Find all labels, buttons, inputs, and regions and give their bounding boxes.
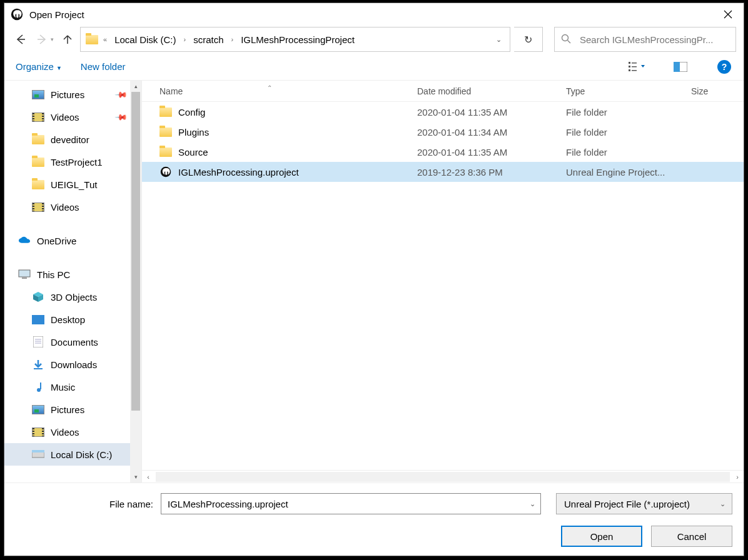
tree-item[interactable]: Desktop (4, 308, 141, 331)
scroll-down-icon[interactable]: ▾ (130, 471, 141, 482)
new-folder-button[interactable]: New folder (81, 61, 126, 72)
breadcrumb-segment[interactable]: scratch (191, 31, 226, 49)
breadcrumb-segment[interactable]: IGLMeshProcessingProject (238, 31, 357, 49)
back-button[interactable] (12, 31, 29, 48)
tree-item[interactable]: Videos📌 (4, 106, 141, 128)
tree-item[interactable]: 3D Objects (4, 286, 141, 308)
breadcrumb-segment[interactable]: Local Disk (C:) (112, 31, 178, 49)
file-name: Plugins (178, 127, 209, 138)
svg-rect-5 (632, 66, 637, 68)
tree-label: Downloads (51, 359, 97, 370)
scroll-left-icon[interactable]: ‹ (142, 473, 154, 481)
cancel-button[interactable]: Cancel (651, 526, 732, 547)
file-date: 2020-01-04 11:35 AM (417, 107, 566, 118)
tree-item[interactable]: Pictures (4, 398, 141, 421)
scroll-up-icon[interactable]: ▴ (130, 81, 141, 92)
file-type-filter[interactable]: Unreal Project File (*.uproject) ⌄ (556, 493, 732, 514)
dialog-body: Pictures📌Videos📌deveditorTestProject1UEI… (4, 81, 744, 482)
chevron-down-icon[interactable]: ⌄ (720, 500, 725, 508)
chevron-right-icon[interactable]: › (230, 36, 235, 43)
tree-label: deveditor (51, 134, 89, 145)
file-name: IGLMeshProcessing.uproject (178, 167, 299, 178)
chevron-icon: « (102, 36, 108, 43)
view-options-button[interactable] (629, 60, 645, 74)
download-icon (32, 359, 44, 370)
svg-rect-12 (32, 315, 44, 324)
sort-indicator-icon: ⌃ (267, 84, 272, 91)
chevron-down-icon[interactable]: ⌄ (530, 500, 535, 508)
navigation-tree: Pictures📌Videos📌deveditorTestProject1UEI… (4, 81, 142, 482)
scrollbar-thumb[interactable] (131, 92, 140, 411)
sidebar-scrollbar[interactable]: ▴ ▾ (130, 81, 141, 482)
column-size[interactable]: Size (691, 86, 744, 96)
file-row[interactable]: IGLMeshProcessing.uproject2019-12-23 8:3… (142, 162, 744, 182)
tree-item[interactable]: deveditor (4, 128, 141, 151)
open-button[interactable]: Open (561, 526, 642, 547)
desktop-icon (32, 314, 44, 325)
file-date: 2019-12-23 8:36 PM (417, 167, 566, 178)
tree-item[interactable]: UEIGL_Tut (4, 173, 141, 196)
folder-icon (32, 179, 44, 190)
tree-item-onedrive[interactable]: OneDrive (4, 229, 141, 252)
tree-item[interactable]: Local Disk (C:) (4, 443, 141, 466)
tree-item-thispc[interactable]: This PC (4, 263, 141, 286)
column-date[interactable]: Date modified (417, 86, 566, 96)
thispc-icon (18, 269, 31, 280)
svg-point-1 (562, 34, 569, 41)
file-row[interactable]: Config2020-01-04 11:35 AMFile folder (142, 102, 744, 122)
refresh-button[interactable]: ↻ (514, 27, 543, 52)
scrollbar-track[interactable] (156, 472, 730, 482)
tree-label: Local Disk (C:) (51, 449, 112, 460)
file-name: Config (178, 107, 205, 118)
tree-item[interactable]: TestProject1 (4, 151, 141, 173)
svg-rect-9 (674, 62, 680, 72)
file-name-input[interactable]: IGLMeshProcessing.uproject ⌄ (161, 493, 541, 514)
tree-item[interactable]: Documents (4, 331, 141, 353)
address-dropdown[interactable]: ⌄ (492, 36, 505, 44)
search-icon (561, 34, 571, 46)
tree-label: Pictures (51, 404, 84, 415)
folder-icon (86, 34, 98, 45)
preview-pane-button[interactable] (672, 60, 689, 74)
onedrive-icon (18, 235, 31, 246)
organize-menu[interactable]: Organize▼ (16, 61, 62, 72)
address-bar[interactable]: « Local Disk (C:) › scratch › IGLMeshPro… (80, 27, 510, 52)
recent-locations-dropdown[interactable]: ▾ (51, 36, 54, 42)
titlebar: Open Project (4, 3, 744, 26)
pin-icon: 📌 (114, 88, 128, 101)
file-date: 2020-01-04 11:34 AM (417, 127, 566, 138)
svg-rect-7 (632, 70, 637, 71)
tree-label: UEIGL_Tut (51, 179, 97, 190)
folder-icon (159, 106, 172, 118)
file-name: Source (178, 147, 208, 158)
file-name-label: File name: (109, 499, 153, 509)
forward-button[interactable] (33, 31, 51, 48)
tree-item[interactable]: Music (4, 376, 141, 398)
file-row[interactable]: Plugins2020-01-04 11:34 AMFile folder (142, 122, 744, 142)
tree-label: Music (51, 382, 75, 392)
close-button[interactable] (712, 3, 744, 26)
search-input[interactable]: Search IGLMeshProcessingPr... (554, 27, 736, 52)
tree-item[interactable]: Downloads (4, 353, 141, 376)
help-button[interactable]: ? (716, 60, 732, 74)
svg-rect-20 (32, 450, 44, 452)
file-row[interactable]: Source2020-01-04 11:35 AMFile folder (142, 142, 744, 162)
tree-item[interactable]: Pictures📌 (4, 83, 141, 106)
tree-label: Videos (51, 202, 79, 212)
horizontal-scrollbar[interactable]: ‹ › (142, 470, 744, 482)
navigation-row: ▾ « Local Disk (C:) › scratch › IGLMeshP… (4, 26, 744, 53)
tree-item[interactable]: Videos (4, 421, 141, 443)
window-title: Open Project (29, 9, 712, 20)
video-icon (32, 201, 44, 212)
svg-rect-2 (629, 62, 630, 64)
open-project-dialog: Open Project ▾ « Local Disk (C:) › scrat… (4, 2, 744, 556)
tree-label: OneDrive (37, 236, 76, 246)
doc-icon (32, 336, 44, 348)
tree-label: Videos (51, 112, 79, 122)
column-type[interactable]: Type (566, 86, 691, 96)
column-name[interactable]: Name ⌃ (142, 86, 417, 96)
scroll-right-icon[interactable]: › (731, 473, 744, 481)
chevron-right-icon[interactable]: › (182, 36, 187, 43)
up-button[interactable] (59, 31, 76, 48)
tree-item[interactable]: Videos (4, 196, 141, 218)
